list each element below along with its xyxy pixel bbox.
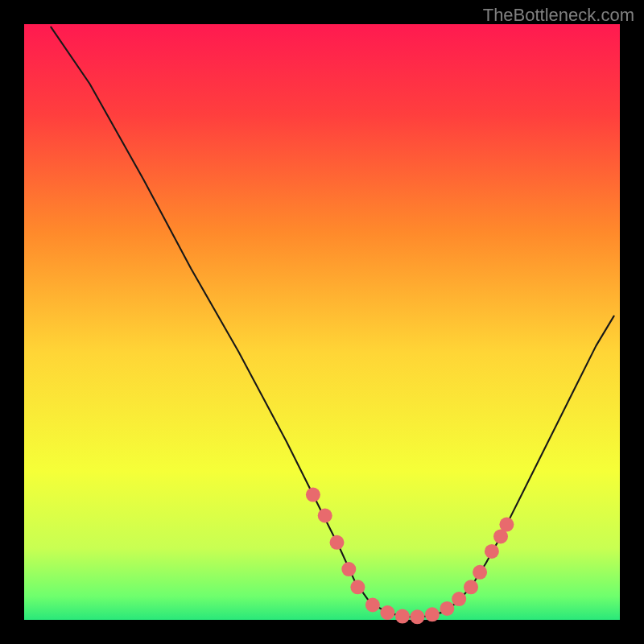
data-marker [380,605,394,620]
data-marker [395,609,410,624]
data-marker [410,609,424,624]
data-marker [318,509,332,523]
chart-container [0,0,644,644]
plot-background [24,24,620,620]
data-marker [425,607,440,621]
data-marker [440,601,454,616]
data-marker [341,562,356,576]
data-marker [499,518,514,532]
data-marker [306,488,320,502]
watermark-text: TheBottleneck.com [483,5,634,26]
bottleneck-chart [0,0,644,644]
data-marker [452,592,466,606]
data-marker [350,580,365,594]
data-marker [365,598,380,613]
data-marker [485,544,499,559]
data-marker [473,565,487,580]
data-marker [464,580,478,594]
data-marker [330,535,345,550]
